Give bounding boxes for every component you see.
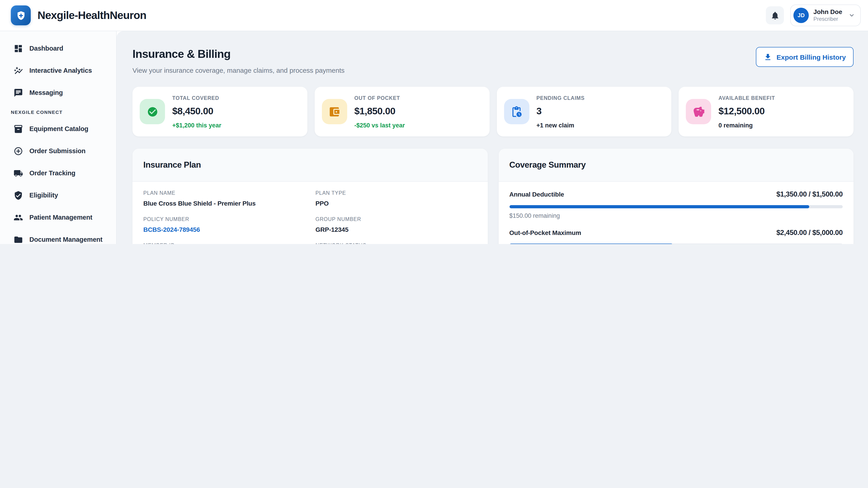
field-network-status: NETWORK STATUS In-Network	[315, 242, 477, 244]
stat-label: AVAILABLE BENEFIT	[719, 94, 775, 101]
progress-name: Annual Deductible	[509, 189, 564, 200]
main-content: Insurance & Billing View your insurance …	[117, 31, 868, 244]
avatar: JD	[794, 8, 809, 23]
field-group-number: GROUP NUMBER GRP-12345	[315, 216, 477, 234]
sidebar-item-equipment-catalog[interactable]: Equipment Catalog	[6, 118, 112, 140]
check-circle-icon	[140, 99, 165, 124]
stat-value: $8,450.00	[172, 105, 221, 116]
notifications-button[interactable]	[766, 6, 784, 24]
clipboard-clock-icon	[504, 99, 529, 124]
stat-card-available-benefit: AVAILABLE BENEFIT $12,500.00 0 remaining	[679, 87, 854, 136]
field-value: GRP-12345	[315, 225, 477, 234]
page-title: Insurance & Billing	[132, 46, 344, 61]
card-title: Insurance Plan	[143, 159, 477, 171]
field-label: GROUP NUMBER	[315, 216, 477, 223]
annual-deductible-progress: Annual Deductible $1,350.00 / $1,500.00 …	[509, 189, 843, 220]
sidebar-item-label: Dashboard	[29, 45, 63, 52]
out-of-pocket-progress: Out-of-Pocket Maximum $2,450.00 / $5,000…	[509, 227, 843, 244]
sidebar-item-label: Eligibility	[29, 192, 58, 199]
dashboard-icon	[13, 43, 23, 53]
sidebar-item-label: Document Management	[29, 236, 102, 243]
sidebar-item-label: Messaging	[29, 89, 63, 96]
stat-label: OUT OF POCKET	[354, 94, 405, 101]
progress-fill	[509, 205, 809, 208]
insurance-plan-card: Insurance Plan PLAN NAME Blue Cross Blue…	[132, 149, 488, 244]
field-label: PLAN TYPE	[315, 189, 477, 197]
sidebar-item-label: Equipment Catalog	[29, 125, 88, 132]
auto-graph-icon	[13, 66, 23, 75]
user-meta: John Doe Prescriber	[813, 8, 842, 23]
stat-delta: +1 new claim	[536, 122, 585, 129]
inventory-box-icon	[13, 124, 23, 133]
field-label: POLICY NUMBER	[143, 216, 305, 223]
stat-card-total-covered: TOTAL COVERED $8,450.00 +$1,200 this yea…	[132, 87, 307, 136]
stat-value: $1,850.00	[354, 105, 405, 116]
header-actions: JD John Doe Prescriber	[766, 4, 861, 26]
sidebar-item-label: Interactive Analytics	[29, 67, 92, 74]
sidebar-item-eligibility[interactable]: Eligibility	[6, 184, 112, 206]
stat-delta: -$250 vs last year	[354, 122, 405, 129]
sidebar-item-document-management[interactable]: Document Management	[6, 229, 112, 244]
bell-icon	[770, 11, 780, 20]
coverage-summary-card: Coverage Summary Annual Deductible $1,35…	[498, 149, 854, 244]
field-value: PPO	[315, 199, 477, 207]
stat-delta: 0 remaining	[719, 122, 775, 129]
chat-icon	[13, 88, 23, 97]
user-name: John Doe	[813, 8, 842, 15]
user-menu[interactable]: JD John Doe Prescriber	[790, 4, 861, 26]
download-icon	[763, 53, 772, 61]
truck-icon	[13, 168, 23, 178]
chevron-down-icon	[848, 12, 855, 19]
sidebar-item-order-tracking[interactable]: Order Tracking	[6, 162, 112, 184]
sidebar-item-order-submission[interactable]: Order Submission	[6, 140, 112, 162]
app-logo-icon	[11, 5, 31, 25]
field-plan-name: PLAN NAME Blue Cross Blue Shield - Premi…	[143, 189, 305, 207]
sidebar-item-label: Order Submission	[29, 147, 86, 155]
progress-name: Out-of-Pocket Maximum	[509, 227, 581, 238]
card-header: Coverage Summary	[498, 149, 854, 182]
page-subtitle: View your insurance coverage, manage cla…	[132, 66, 344, 74]
stat-card-out-of-pocket: OUT OF POCKET $1,850.00 -$250 vs last ye…	[315, 87, 490, 136]
export-billing-history-button[interactable]: Export Billing History	[756, 47, 854, 67]
sidebar-item-label: Order Tracking	[29, 169, 75, 177]
field-label: PLAN NAME	[143, 189, 305, 197]
stat-value: 3	[536, 105, 585, 116]
card-title: Coverage Summary	[509, 159, 843, 171]
shield-check-icon	[13, 191, 23, 200]
card-body: PLAN NAME Blue Cross Blue Shield - Premi…	[132, 182, 488, 244]
sidebar-item-dashboard[interactable]: Dashboard	[6, 37, 112, 59]
progress-track	[509, 243, 843, 244]
add-circle-icon	[13, 146, 23, 156]
app-title: Nexgile-HealthNeuron	[37, 9, 146, 22]
sidebar-item-interactive-analytics[interactable]: Interactive Analytics	[6, 60, 112, 81]
progress-value: $1,350.00 / $1,500.00	[776, 189, 843, 200]
policy-number-link[interactable]: BCBS-2024-789456	[143, 225, 305, 234]
progress-value: $2,450.00 / $5,000.00	[776, 227, 843, 238]
field-member-id: MEMBER ID MEM-987654321	[143, 242, 305, 244]
sidebar-item-label: Patient Management	[29, 214, 92, 221]
stat-card-pending-claims: PENDING CLAIMS 3 +1 new claim	[497, 87, 672, 136]
sidebar-item-patient-management[interactable]: Patient Management	[6, 206, 112, 228]
progress-track	[509, 205, 843, 208]
progress-fill	[509, 243, 673, 244]
sidebar: Dashboard Interactive Analytics Messagin…	[0, 31, 117, 244]
user-role: Prescriber	[813, 16, 842, 23]
field-plan-type: PLAN TYPE PPO	[315, 189, 477, 207]
piggy-bank-icon	[686, 99, 711, 124]
stat-label: PENDING CLAIMS	[536, 94, 585, 101]
sidebar-section-nexgile-connect: NEXGILE CONNECT	[6, 109, 112, 115]
folder-icon	[13, 235, 23, 244]
stat-cards: TOTAL COVERED $8,450.00 +$1,200 this yea…	[132, 87, 854, 136]
field-policy-number: POLICY NUMBER BCBS-2024-789456	[143, 216, 305, 234]
field-label: NETWORK STATUS	[315, 242, 477, 244]
card-body: Annual Deductible $1,350.00 / $1,500.00 …	[498, 182, 854, 244]
app-window: Nexgile-HealthNeuron JD John Doe Prescri…	[0, 0, 868, 244]
brand: Nexgile-HealthNeuron	[11, 5, 146, 25]
app-header: Nexgile-HealthNeuron JD John Doe Prescri…	[0, 0, 868, 31]
stat-delta: +$1,200 this year	[172, 122, 221, 129]
sidebar-item-messaging[interactable]: Messaging	[6, 82, 112, 103]
page-head: Insurance & Billing View your insurance …	[132, 46, 854, 74]
progress-remaining: $150.00 remaining	[509, 212, 843, 220]
stat-value: $12,500.00	[719, 105, 775, 116]
stat-label: TOTAL COVERED	[172, 94, 221, 101]
